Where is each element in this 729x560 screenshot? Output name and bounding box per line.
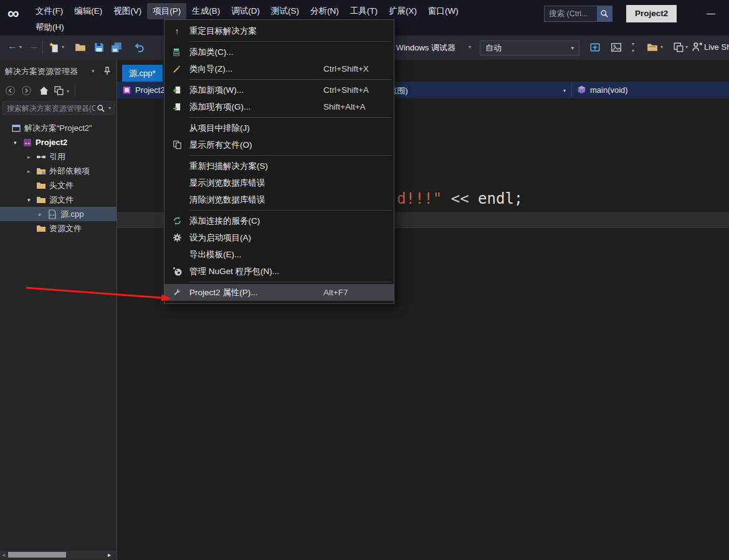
toolbar-separator bbox=[75, 85, 75, 97]
nav-project-dropdown[interactable]: Project2 bbox=[135, 85, 165, 95]
new-project-icon[interactable] bbox=[49, 42, 60, 53]
quick-launch-input[interactable] bbox=[545, 9, 597, 18]
expander-expanded-icon[interactable]: ▾ bbox=[27, 197, 36, 203]
chevron-down-icon[interactable]: ▾ bbox=[685, 45, 688, 50]
menu-project[interactable]: 项目(P) bbox=[147, 3, 186, 19]
menu-item-add-new-item[interactable]: 添加新项(W)... Ctrl+Shift+A bbox=[164, 82, 394, 98]
save-icon[interactable] bbox=[93, 42, 105, 53]
expander-collapsed-icon[interactable]: ▸ bbox=[39, 211, 47, 217]
menu-item-set-as-startup-project[interactable]: 设为启动项目(A) bbox=[164, 229, 394, 246]
explorer-forward-icon[interactable] bbox=[21, 85, 32, 96]
menu-item-class-wizard[interactable]: 类向导(Z)... Ctrl+Shift+X bbox=[164, 60, 394, 77]
panel-chevron-icon[interactable]: ▾ bbox=[92, 68, 95, 74]
solution-search-box[interactable]: ▾ bbox=[2, 102, 115, 115]
home-icon[interactable] bbox=[39, 85, 49, 96]
menu-view[interactable]: 视图(V) bbox=[108, 3, 147, 19]
menu-extensions[interactable]: 扩展(X) bbox=[383, 3, 422, 19]
screenshot-icon[interactable] bbox=[611, 42, 622, 53]
menu-edit[interactable]: 编辑(E) bbox=[69, 3, 108, 19]
tree-item-source-files[interactable]: ▾ 源文件 bbox=[0, 192, 117, 207]
menu-item-show-all-files[interactable]: 显示所有文件(O) bbox=[164, 136, 394, 153]
menu-item-retarget-solution[interactable]: ↑ 重定目标解决方案 bbox=[164, 22, 394, 39]
horizontal-scrollbar[interactable]: ◂ ▸ bbox=[0, 551, 117, 559]
tab-source-cpp[interactable]: 源.cpp* bbox=[122, 65, 163, 82]
expander-collapsed-icon[interactable]: ▸ bbox=[27, 168, 36, 174]
open-recent-folder-icon[interactable] bbox=[647, 42, 658, 53]
toolbar-overflow-chevron-icon[interactable]: ▾ bbox=[632, 49, 634, 54]
menu-separator bbox=[189, 117, 391, 118]
code-string-token: d!!!" bbox=[397, 190, 442, 207]
tree-item-resource-files[interactable]: 资源文件 bbox=[0, 221, 117, 235]
toolbar-separator bbox=[42, 41, 43, 54]
scrollbar-thumb[interactable] bbox=[8, 552, 66, 558]
navigate-forward-button[interactable]: → bbox=[29, 41, 39, 51]
menu-debug[interactable]: 调试(D) bbox=[226, 3, 265, 19]
project-badge[interactable]: Project2 bbox=[626, 5, 677, 22]
menu-item-add-connected-service[interactable]: 添加连接的服务(C) bbox=[164, 212, 394, 229]
live-share-button[interactable]: Live Share bbox=[704, 42, 729, 52]
menu-help[interactable]: 帮助(H) bbox=[30, 19, 70, 36]
code-line[interactable]: d!!!" << endl; bbox=[397, 191, 523, 207]
menu-item-export-template[interactable]: 导出模板(E)... bbox=[164, 246, 394, 263]
switch-views-icon[interactable] bbox=[54, 85, 64, 96]
tree-item-project2[interactable]: ▾ ++ Project2 bbox=[0, 135, 117, 149]
menu-separator bbox=[189, 210, 391, 211]
project-dropdown-menu: ↑ 重定目标解决方案 添加类(C)... 类向导(Z)... C bbox=[164, 19, 394, 304]
expander-collapsed-icon[interactable]: ▸ bbox=[27, 154, 36, 160]
open-folder-icon[interactable] bbox=[75, 42, 86, 53]
menu-item-project-properties[interactable]: Project2 属性(P)... Alt+F7 bbox=[164, 284, 394, 301]
menu-separator bbox=[189, 41, 391, 42]
explorer-back-icon[interactable] bbox=[5, 85, 16, 96]
scroll-left-icon[interactable]: ◂ bbox=[2, 551, 5, 558]
debug-target-chevron-icon[interactable]: ▾ bbox=[469, 45, 471, 50]
menu-item-clear-browse-db-errors[interactable]: 清除浏览数据库错误 bbox=[164, 191, 394, 208]
tree-item-references[interactable]: ▸ 引用 bbox=[0, 149, 117, 164]
layers-icon[interactable] bbox=[673, 42, 684, 53]
live-share-icon[interactable] bbox=[692, 41, 703, 52]
toolbar-overflow-chevron-icon[interactable]: ▾ bbox=[632, 42, 634, 47]
menu-analyze[interactable]: 分析(N) bbox=[305, 3, 345, 19]
menu-window[interactable]: 窗口(W) bbox=[422, 3, 464, 19]
menu-item-add-class[interactable]: 添加类(C)... bbox=[164, 44, 394, 60]
menu-tools[interactable]: 工具(T) bbox=[345, 3, 383, 19]
search-icon[interactable] bbox=[597, 6, 612, 21]
pin-icon[interactable] bbox=[102, 66, 112, 76]
menu-test[interactable]: 测试(S) bbox=[265, 3, 305, 19]
tree-item-source-cpp[interactable]: ▸ ++ 源.cpp bbox=[0, 207, 117, 221]
show-all-files-icon bbox=[169, 140, 184, 149]
undo-icon[interactable] bbox=[133, 42, 145, 53]
navbar-separator bbox=[571, 83, 572, 97]
toolbar-extra-icon-1[interactable] bbox=[589, 42, 601, 53]
chevron-down-icon[interactable]: ▾ bbox=[105, 105, 114, 111]
menu-build[interactable]: 生成(B) bbox=[186, 3, 226, 19]
chevron-down-icon[interactable]: ▾ bbox=[660, 45, 663, 50]
solution-search-input[interactable] bbox=[3, 104, 97, 113]
expander-expanded-icon[interactable]: ▾ bbox=[14, 140, 22, 146]
menu-item-rescan-solution[interactable]: 重新扫描解决方案(S) bbox=[164, 158, 394, 174]
chevron-down-icon[interactable]: ▾ bbox=[563, 88, 566, 93]
chevron-down-icon[interactable]: ▾ bbox=[67, 88, 69, 94]
nav-member-dropdown[interactable]: main(void) bbox=[590, 85, 628, 95]
tree-item-header-files[interactable]: 头文件 bbox=[0, 178, 117, 192]
menu-item-add-existing-item[interactable]: 添加现有项(G)... Shift+Alt+A bbox=[164, 98, 394, 115]
menu-item-show-browse-db-errors[interactable]: 显示浏览数据库错误 bbox=[164, 174, 394, 191]
menu-file[interactable]: 文件(F) bbox=[30, 3, 69, 19]
scroll-right-icon[interactable]: ▸ bbox=[108, 551, 111, 558]
tree-item-solution[interactable]: 解决方案“Project2” bbox=[0, 121, 117, 135]
save-all-icon[interactable] bbox=[111, 42, 122, 53]
minimize-button[interactable]: — bbox=[699, 5, 723, 22]
arrow-up-icon: ↑ bbox=[169, 26, 184, 36]
connected-service-icon bbox=[169, 216, 184, 225]
navigate-back-button[interactable]: ← bbox=[7, 41, 17, 51]
configuration-combo-value: 自动 bbox=[485, 42, 502, 54]
annotation-arrow bbox=[17, 280, 174, 308]
solution-explorer-title: 解决方案资源管理器 bbox=[5, 66, 78, 77]
quick-launch-search[interactable] bbox=[544, 6, 612, 22]
menu-item-exclude-from-project[interactable]: 从项目中排除(J) bbox=[164, 120, 394, 136]
navigate-back-chevron-icon[interactable]: ▾ bbox=[19, 45, 22, 50]
new-project-chevron-icon[interactable]: ▾ bbox=[62, 45, 64, 50]
tree-item-external-dependencies[interactable]: ▸ 外部依赖项 bbox=[0, 164, 117, 178]
add-new-item-icon bbox=[169, 85, 184, 95]
menu-item-manage-nuget-packages[interactable]: 管理 NuGet 程序包(N)... bbox=[164, 263, 394, 280]
configuration-combo[interactable]: 自动 ▾ bbox=[480, 40, 579, 55]
